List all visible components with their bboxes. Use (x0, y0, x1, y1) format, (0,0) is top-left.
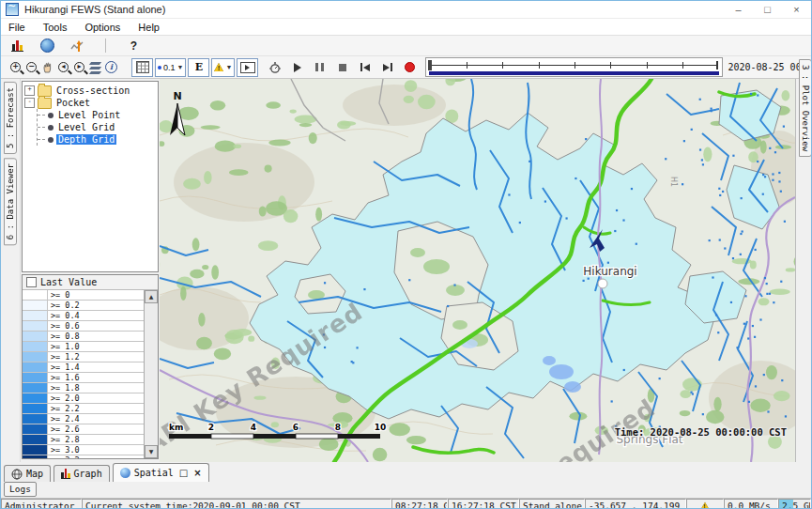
thresholds-dropdown[interactable]: ▼ (211, 58, 235, 77)
tree-item-level-point[interactable]: Level Point (38, 109, 158, 121)
pan-button[interactable] (39, 59, 55, 76)
legend-label: >= 0 (48, 290, 144, 300)
animation-settings-button[interactable] (267, 59, 283, 76)
bars-icon (11, 39, 23, 52)
map-viewport[interactable]: H1 API Key Required API Key Required Hik… (160, 79, 795, 462)
globe-icon (120, 468, 130, 478)
pause-button[interactable] (312, 59, 328, 76)
legend-row[interactable]: >= 0.6 (23, 321, 144, 332)
toolbar-separator (105, 39, 106, 53)
tab-graph[interactable]: Graph (54, 465, 110, 482)
tab-data-viewer[interactable]: 6 : Data Viewer (4, 158, 17, 245)
help-button[interactable]: ? (126, 38, 142, 54)
last-value-checkbox[interactable] (26, 277, 37, 287)
grid-icon (136, 61, 149, 73)
legend-row[interactable]: >= 1.6 (23, 373, 144, 383)
info-button[interactable]: i (103, 59, 119, 76)
scroll-down-icon[interactable]: ▼ (145, 445, 158, 458)
tab-spatial[interactable]: Spatial □ × (113, 463, 209, 482)
status-memory[interactable]: 2.5 GB (778, 499, 811, 509)
map-display-button[interactable] (39, 38, 55, 54)
zoom-out-button[interactable]: − (23, 59, 39, 76)
status-gmt-time: 08:27:18 GMT (391, 499, 448, 509)
status-transfer-rate: 0.0 MB/s (724, 499, 778, 509)
legend-swatch (23, 342, 48, 351)
legend-row[interactable]: >= 1.0 (23, 342, 144, 352)
window-title: Hikurangi FEWS (Stand alone) (24, 4, 165, 15)
legend-label: >= 1.4 (48, 362, 144, 372)
tab-restore-button[interactable]: □ (179, 469, 188, 478)
zoom-out-icon: − (26, 62, 37, 72)
status-mode: Stand alone (519, 499, 585, 509)
record-button[interactable] (402, 59, 418, 76)
warning-icon (214, 63, 223, 71)
legend-row[interactable]: >= 3.2 (23, 455, 144, 458)
svg-text:8: 8 (335, 423, 341, 432)
legend-row[interactable]: >= 2.6 (23, 424, 144, 435)
grid-toggle-button[interactable] (131, 58, 153, 77)
legend-row[interactable]: >= 1.2 (23, 352, 144, 362)
tab-map[interactable]: Map (4, 465, 51, 482)
collapse-icon[interactable]: - (24, 98, 35, 108)
legend-scrollbar[interactable]: ▲ ▼ (144, 290, 158, 458)
tree-item-level-grid[interactable]: Level Grid (38, 121, 158, 133)
zoom-in-button[interactable]: + (8, 59, 23, 76)
animation-button[interactable] (237, 58, 258, 77)
scroll-up-icon[interactable]: ▲ (145, 290, 158, 303)
app-icon (6, 3, 19, 16)
zoom-next-button[interactable]: ▸ (71, 59, 87, 76)
time-slider[interactable] (425, 57, 723, 77)
menu-help[interactable]: Help (136, 22, 161, 33)
contour-interval-dropdown[interactable]: 0.1 ▼ (155, 58, 186, 77)
tree-item-depth-grid[interactable]: Depth Grid (38, 133, 158, 146)
minimize-button[interactable]: – (724, 1, 753, 18)
labels-toggle-button[interactable]: E (188, 58, 209, 77)
legend-row[interactable]: >= 2.8 (23, 435, 144, 445)
layers-button[interactable] (87, 59, 103, 76)
database-display-button[interactable] (9, 38, 25, 54)
map-time-label: Time: 2020-08-25 00:00:00 CST (615, 426, 787, 438)
tab-forecast[interactable]: 5 : Forecast (4, 82, 17, 154)
hand-icon (42, 62, 54, 73)
legend-row[interactable]: >= 1.4 (23, 362, 144, 373)
legend-row[interactable]: >= 0.8 (23, 332, 144, 342)
menu-tools[interactable]: Tools (41, 22, 69, 33)
map-canvas[interactable]: H1 API Key Required API Key Required Hik… (160, 79, 795, 462)
status-warning-cell[interactable] (686, 499, 724, 509)
maximize-button[interactable]: □ (753, 1, 782, 18)
legend-row[interactable]: >= 2.0 (23, 393, 144, 404)
tab-plot-overview[interactable]: 3 : Plot Overview (799, 59, 812, 157)
timeseries-display-button[interactable] (69, 38, 85, 54)
legend-row[interactable]: >= 1.8 (23, 383, 144, 393)
svg-text:2: 2 (208, 423, 214, 432)
menu-options[interactable]: Options (83, 22, 122, 33)
stop-button[interactable] (334, 59, 350, 76)
tree-item-pocket[interactable]: - Pocket (24, 97, 158, 109)
legend-row[interactable]: >= 3.0 (23, 445, 144, 455)
legend-row[interactable]: >= 2.2 (23, 404, 144, 414)
legend-row[interactable]: >= 0 (23, 290, 144, 301)
menu-file[interactable]: File (7, 22, 27, 33)
movie-icon (240, 62, 255, 73)
zoom-previous-button[interactable]: ◂ (55, 59, 71, 76)
tree-connector (38, 115, 45, 116)
tree-item-label: Pocket (54, 98, 92, 108)
expand-icon[interactable]: + (24, 85, 35, 96)
legend-swatch (23, 393, 48, 403)
legend-label: >= 1.8 (48, 383, 144, 393)
tab-close-button[interactable]: × (193, 469, 201, 478)
town-label: Hikurangi (583, 265, 636, 278)
legend-label: >= 3.2 (48, 455, 144, 458)
skip-to-end-button[interactable] (379, 59, 395, 76)
play-icon (294, 63, 301, 72)
road-shield-label: H1 (669, 177, 678, 187)
legend-row[interactable]: >= 2.4 (23, 414, 144, 424)
logs-button[interactable]: Logs (4, 482, 37, 497)
legend-row[interactable]: >= 0.2 (23, 301, 144, 311)
legend-row[interactable]: >= 0.4 (23, 311, 144, 321)
time-slider-thumb[interactable] (428, 60, 432, 70)
legend-list[interactable]: >= 0>= 0.2>= 0.4>= 0.6>= 0.8>= 1.0>= 1.2… (23, 290, 144, 458)
close-button[interactable]: × (782, 1, 811, 18)
skip-to-start-button[interactable] (357, 59, 373, 76)
play-button[interactable] (289, 59, 305, 76)
